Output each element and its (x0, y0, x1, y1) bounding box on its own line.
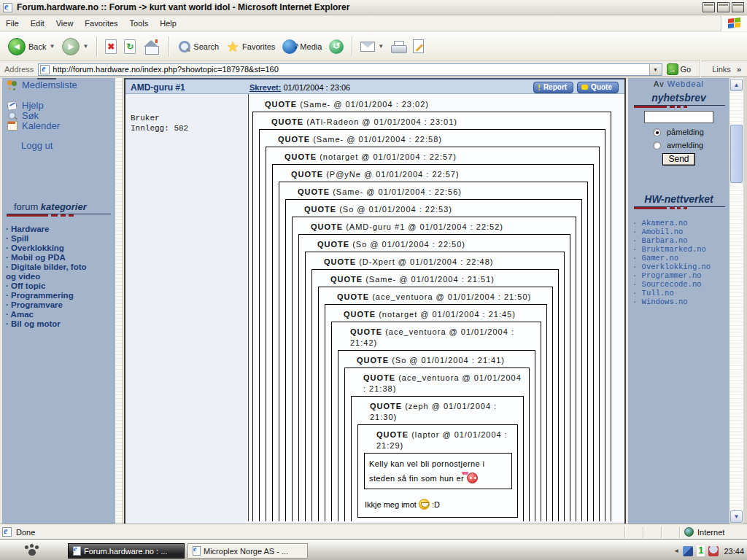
radio-avmelding[interactable] (653, 141, 661, 149)
menu-file[interactable]: File (0, 17, 25, 30)
send-button[interactable]: Send (662, 153, 694, 166)
menu-tools[interactable]: Tools (124, 17, 155, 30)
history-button[interactable]: ↺ (325, 39, 347, 54)
address-input[interactable]: http://forum.hardware.no/index.php?showt… (38, 63, 662, 76)
category-link[interactable]: Spill (6, 234, 96, 244)
post-author[interactable]: AMD-guru #1 (131, 82, 185, 93)
taskbar-task-active[interactable]: Forum.hardware.no : ... (68, 543, 185, 559)
internet-zone-icon (684, 527, 694, 537)
network-link[interactable]: Amobil.no (632, 228, 729, 236)
quote-label: QUOTE (D-Xpert @ 01/01/2004 : 22:48) (324, 257, 562, 268)
newsletter-header: nyhetsbrev (628, 92, 729, 104)
search-button[interactable]: Search (174, 40, 222, 53)
menu-edit[interactable]: Edit (25, 17, 50, 30)
newsletter-email-input[interactable] (644, 111, 713, 123)
maximize-button[interactable] (717, 2, 729, 12)
network-link[interactable]: Tull.no (632, 289, 729, 298)
address-bar: Address http://forum.hardware.no/index.p… (0, 62, 747, 77)
network-link[interactable]: Sourcecode.no (632, 280, 729, 289)
media-button[interactable]: Media (279, 39, 325, 54)
quote-label: QUOTE (ace_ventuora @ 01/01/2004 : 21:42… (350, 327, 538, 349)
menu-view[interactable]: View (50, 17, 80, 30)
radio-label: påmelding (667, 128, 704, 136)
scrollbar-thumb[interactable] (730, 125, 743, 183)
category-link[interactable]: Overklokking (6, 244, 96, 253)
quote-label: QUOTE (ace_ventuora @ 01/01/2004 : 21:50… (337, 292, 550, 303)
sidebar-item-hjelp[interactable]: Hjelp (2, 100, 115, 110)
wub-smiley (467, 472, 478, 483)
links-label[interactable]: Links (712, 65, 731, 74)
system-tray: ◄ 1 23:44 (673, 543, 744, 559)
close-button[interactable] (732, 2, 744, 12)
taskbar-task[interactable]: Microplex Norge AS - ... (187, 543, 308, 559)
sidebar-item-medlemsliste[interactable]: Medlemsliste (2, 79, 115, 90)
left-sidebar: MedlemslisteHjelpSøkKalenderLogg ut foru… (2, 78, 115, 524)
radio-option-påmelding: påmelding (653, 128, 729, 136)
network-link[interactable]: Programmer.no (632, 271, 729, 280)
quote-box: QUOTE (D-Xpert @ 01/01/2004 : 22:48)QUOT… (305, 252, 565, 521)
search-label: Search (193, 42, 219, 51)
vertical-scrollbar[interactable]: ▲ ▼ (729, 78, 743, 524)
favorites-button[interactable]: ★ Favorites (222, 40, 279, 53)
network-link[interactable]: Windows.no (632, 298, 729, 306)
report-button[interactable]: !Report (533, 82, 573, 93)
back-button[interactable]: ◄ Back ▼ (4, 38, 58, 55)
menu-help[interactable]: Help (154, 17, 182, 30)
network-link[interactable]: Gamer.no (632, 254, 729, 262)
radio-påmelding[interactable] (653, 128, 661, 136)
edit-button[interactable] (409, 39, 427, 53)
paw-icon[interactable] (24, 544, 40, 557)
category-link[interactable]: Programmering (6, 291, 96, 300)
webdeal-link[interactable]: Webdeal (667, 79, 704, 88)
quote-label: QUOTE (P@yNe @ 01/01/2004 : 22:57) (291, 169, 591, 180)
category-link[interactable]: Programvare (6, 300, 96, 310)
post-user-info: Bruker Innlegg: 582 (125, 94, 249, 521)
quote-box: QUOTE (Same- @ 01/01/2004 : 22:58)QUOTE … (259, 129, 605, 521)
taskbar: Forum.hardware.no : ... Microplex Norge … (0, 540, 747, 560)
print-button[interactable] (387, 41, 409, 52)
category-link[interactable]: Hardware (6, 225, 96, 234)
radio-option-avmelding: avmelding (653, 141, 729, 149)
network-link[interactable]: Bruktmarked.no (632, 245, 729, 254)
minimize-button[interactable] (703, 2, 715, 12)
links-chevron-icon[interactable]: » (737, 65, 741, 74)
address-dropdown[interactable]: ▼ (649, 64, 662, 75)
right-sidebar: Av Webdeal nyhetsbrev påmeldingavmelding… (628, 78, 729, 524)
tray-expand-icon[interactable]: ◄ (673, 548, 679, 554)
forward-button[interactable]: ► ▼ (58, 38, 92, 55)
mail-button[interactable]: ▼ (357, 42, 387, 52)
refresh-button[interactable]: ↻ (120, 39, 139, 54)
network-tray-icon[interactable] (683, 546, 693, 556)
forward-icon: ► (62, 38, 80, 55)
messenger-tray-icon[interactable] (708, 546, 719, 556)
scroll-up-button[interactable]: ▲ (730, 79, 743, 91)
back-dropdown-icon[interactable]: ▼ (49, 43, 55, 50)
menu-favorites[interactable]: Favorites (79, 17, 123, 30)
antivirus-tray-icon[interactable]: 1 (697, 545, 705, 556)
network-link[interactable]: Overklokking.no (632, 262, 729, 271)
category-link[interactable]: Amac (6, 310, 96, 319)
stop-button[interactable]: ✖ (101, 39, 120, 54)
home-button[interactable] (139, 39, 164, 54)
history-icon: ↺ (329, 39, 344, 54)
category-link[interactable]: Digitale bilder, foto og video (6, 262, 96, 281)
quote-label: QUOTE (So @ 01/01/2004 : 21:41) (357, 355, 533, 366)
category-link[interactable]: Mobil og PDA (6, 253, 96, 262)
scroll-down-button[interactable]: ▼ (730, 510, 743, 523)
ie-doc-icon (193, 546, 201, 556)
go-button[interactable]: → Go (667, 63, 692, 75)
category-link[interactable]: Bil og motor (6, 319, 96, 329)
category-link[interactable]: Off topic (6, 281, 96, 291)
quote-box: QUOTE (laptor @ 01/01/2004 : 21:29)Kelly… (357, 424, 518, 518)
quote-box: QUOTE (notarget @ 01/01/2004 : 22:57)QUO… (266, 147, 600, 521)
report-icon: ! (538, 83, 541, 92)
sidebar-item-kalender[interactable]: Kalender (2, 120, 115, 131)
network-link[interactable]: Barbara.no (632, 236, 729, 245)
sidebar-item-sk[interactable]: Søk (2, 110, 115, 120)
sidebar-item-loggut[interactable]: Logg ut (2, 140, 115, 150)
sidebar-item-label: Kalender (22, 120, 60, 131)
network-link[interactable]: Akamera.no (632, 219, 729, 228)
quote-button[interactable]: Quote (577, 82, 619, 93)
ie-app-icon (3, 3, 12, 12)
browser-viewport: MedlemslisteHjelpSøkKalenderLogg ut foru… (0, 78, 747, 524)
